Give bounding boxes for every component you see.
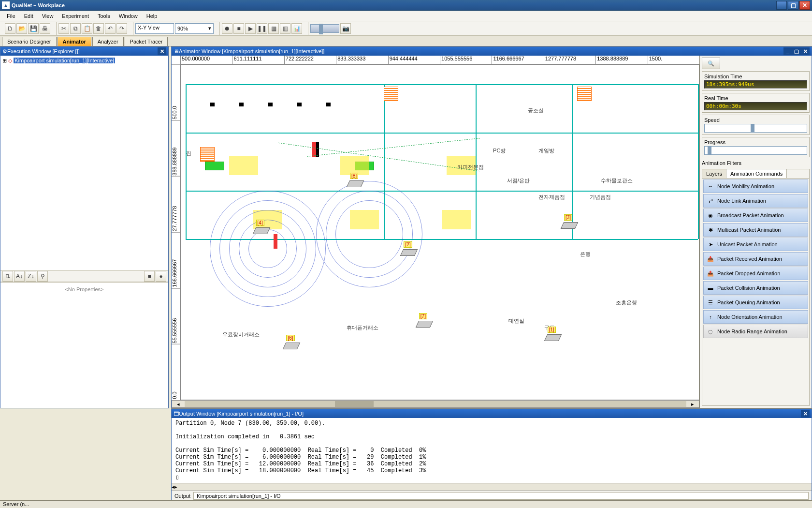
undo-button[interactable]: ↶ bbox=[105, 23, 116, 34]
explorer-close-button[interactable]: ✕ bbox=[158, 47, 166, 55]
copy-button[interactable]: ⧉ bbox=[70, 23, 81, 34]
network-node[interactable]: [8] bbox=[348, 180, 362, 192]
minimize-button[interactable]: _ bbox=[776, 1, 787, 10]
filter-item[interactable]: ▬Packet Collision Animation bbox=[703, 281, 808, 295]
close-button[interactable]: ✕ bbox=[799, 1, 810, 10]
simulation-panel: 🔍 Simulation Time 18s:395ms:949us Real T… bbox=[699, 56, 812, 408]
filter-item[interactable]: ➤Unicast Packet Animation bbox=[703, 238, 808, 251]
cut-button[interactable]: ✂ bbox=[58, 23, 69, 34]
speed-slider[interactable] bbox=[310, 24, 339, 33]
filter-item[interactable]: ☰Packet Queuing Animation bbox=[703, 296, 808, 309]
progress-slider[interactable] bbox=[704, 146, 807, 155]
filter-icon: ✱ bbox=[707, 226, 714, 234]
menu-edit[interactable]: Edit bbox=[20, 12, 37, 20]
filters-label: Animation Filters bbox=[702, 160, 810, 166]
step-button[interactable]: ▦ bbox=[268, 23, 279, 34]
output-console[interactable]: Partition 0, Node 7 (830.00, 350.00, 0.0… bbox=[172, 418, 812, 483]
new-button[interactable]: 🗋 bbox=[5, 23, 15, 34]
tab-packet-tracer[interactable]: Packet Tracer bbox=[125, 37, 168, 46]
real-time-value: 00h:00m:30s bbox=[704, 102, 807, 110]
speed-slider-sim[interactable] bbox=[704, 124, 807, 133]
filter-tab-commands[interactable]: Animation Commands bbox=[726, 169, 787, 178]
output-scrollbar-x[interactable]: ◂▸ bbox=[172, 483, 812, 491]
menu-window[interactable]: Window bbox=[115, 12, 142, 20]
filter-item[interactable]: 📤Packet Dropped Animation bbox=[703, 267, 808, 280]
filter-label: Node Radio Range Animation bbox=[717, 329, 787, 334]
ruler-tick: 27.777778 bbox=[172, 176, 180, 232]
tab-animator[interactable]: Animator bbox=[58, 37, 91, 46]
screenshot-button[interactable]: 📷 bbox=[340, 23, 351, 34]
filter-item[interactable]: ◌Node Radio Range Animation bbox=[703, 325, 808, 338]
animator-close-button[interactable]: ✕ bbox=[801, 47, 810, 55]
menu-file[interactable]: File bbox=[3, 12, 19, 20]
paste-button[interactable]: 📋 bbox=[82, 23, 92, 34]
animation-filters: Layers Animation Commands ↔Node Mobility… bbox=[702, 169, 810, 406]
stats-button[interactable]: 📊 bbox=[291, 23, 302, 34]
tab-scenario-designer[interactable]: Scenario Designer bbox=[2, 37, 57, 46]
filter-item[interactable]: ↑Node Orientation Animation bbox=[703, 310, 808, 324]
animator-max-button[interactable]: ▢ bbox=[792, 47, 801, 55]
tree-root[interactable]: ⊞ ◇ Kimpoairport simulation[run_1][Inter… bbox=[2, 58, 166, 64]
stop-button[interactable]: ■ bbox=[233, 23, 244, 34]
network-node[interactable]: [1] bbox=[546, 334, 560, 346]
menu-view[interactable]: View bbox=[38, 12, 58, 20]
canvas-scrollbar-x[interactable]: ◂ ▸ bbox=[172, 400, 699, 408]
filter-tab-layers[interactable]: Layers bbox=[702, 169, 726, 178]
record-button[interactable]: ⏺ bbox=[222, 23, 232, 34]
print-button[interactable]: 🖶 bbox=[40, 23, 50, 34]
ruler-tick: 1388.888889 bbox=[595, 56, 647, 64]
open-button[interactable]: 📂 bbox=[16, 23, 27, 34]
tree-item-label[interactable]: Kimpoairport simulation[run_1][Interacti… bbox=[14, 58, 115, 63]
chart-button[interactable]: ▥ bbox=[280, 23, 290, 34]
magnifier-icon: 🔍 bbox=[708, 60, 714, 67]
menu-tools[interactable]: Tools bbox=[94, 12, 114, 20]
scroll-right-button[interactable]: ▸ bbox=[686, 401, 699, 407]
filter-item[interactable]: ◉Broadcast Packet Animation bbox=[703, 209, 808, 222]
save-button[interactable]: 💾 bbox=[28, 23, 39, 34]
filter-list: ↔Node Mobility Animation⇄Node Link Anima… bbox=[702, 179, 809, 339]
redo-button[interactable]: ↷ bbox=[116, 23, 127, 34]
filter-button[interactable]: ⚲ bbox=[37, 271, 48, 282]
filter-item[interactable]: ↔Node Mobility Animation bbox=[703, 179, 808, 193]
sort-asc-button[interactable]: ⇅ bbox=[2, 271, 13, 282]
view-mode-select[interactable]: X-Y View bbox=[135, 23, 174, 34]
play-button[interactable]: ▶ bbox=[245, 23, 256, 34]
network-node[interactable]: [3] bbox=[562, 222, 577, 234]
filter-item[interactable]: ⇄Node Link Animation bbox=[703, 194, 808, 208]
menu-help[interactable]: Help bbox=[143, 12, 161, 20]
pause-button[interactable]: ❚❚ bbox=[257, 23, 267, 34]
stop-sim-button[interactable]: ■ bbox=[144, 271, 155, 282]
sort-az-button[interactable]: A↓ bbox=[14, 271, 25, 282]
animator-min-button[interactable]: _ bbox=[783, 47, 792, 55]
sort-za-button[interactable]: Z↓ bbox=[26, 271, 36, 282]
scroll-left-button[interactable]: ◂ bbox=[172, 401, 185, 407]
maximize-button[interactable]: ▢ bbox=[788, 1, 798, 10]
tree-expand-icon[interactable]: ⊞ bbox=[2, 58, 7, 63]
explorer-toolbar: ⇅ A↓ Z↓ ⚲ ■ ● bbox=[0, 270, 168, 282]
network-node[interactable]: [7] bbox=[417, 321, 432, 332]
ruler-y: 500.0 388.888889 27.777778 166.666667 55… bbox=[172, 64, 180, 400]
network-node[interactable]: [6] bbox=[284, 343, 299, 354]
output-footer-value: Kimpoairport simulation[run_1] - I/O bbox=[193, 492, 809, 500]
filter-icon: 📤 bbox=[707, 269, 714, 277]
network-node[interactable]: [4] bbox=[254, 227, 269, 239]
real-time-label: Real Time bbox=[704, 95, 807, 101]
network-node[interactable]: [2] bbox=[402, 249, 416, 261]
filter-item[interactable]: 📥Packet Received Animation bbox=[703, 252, 808, 266]
filter-label: Node Mobility Animation bbox=[717, 183, 774, 189]
run-sim-button[interactable]: ● bbox=[156, 271, 166, 282]
filter-item[interactable]: ✱Multicast Packet Animation bbox=[703, 223, 808, 237]
output-close-button[interactable]: ✕ bbox=[801, 410, 810, 418]
ruler-tick: 1055.555556 bbox=[440, 56, 492, 64]
floorplan-canvas[interactable]: 공조실PC방커피전문점게임방서점/은반전자제품점기념품점수하물보관소유료장비거래… bbox=[180, 64, 699, 400]
ruler-tick: 1277.777778 bbox=[544, 56, 595, 64]
room-label: 커피전문점 bbox=[457, 164, 484, 171]
tab-analyzer[interactable]: Analyzer bbox=[92, 37, 124, 46]
zoom-select[interactable]: 90% ▾ bbox=[175, 23, 214, 34]
delete-button[interactable]: 🗑 bbox=[93, 23, 104, 34]
menu-experiment[interactable]: Experiment bbox=[58, 12, 93, 20]
explorer-tree[interactable]: ⊞ ◇ Kimpoairport simulation[run_1][Inter… bbox=[0, 56, 168, 270]
output-panel: 🗔 Output Window [Kimpoairport simulation… bbox=[171, 408, 812, 500]
zoom-button[interactable]: 🔍 bbox=[702, 58, 720, 69]
properties-empty: <No Properties> bbox=[0, 282, 168, 408]
